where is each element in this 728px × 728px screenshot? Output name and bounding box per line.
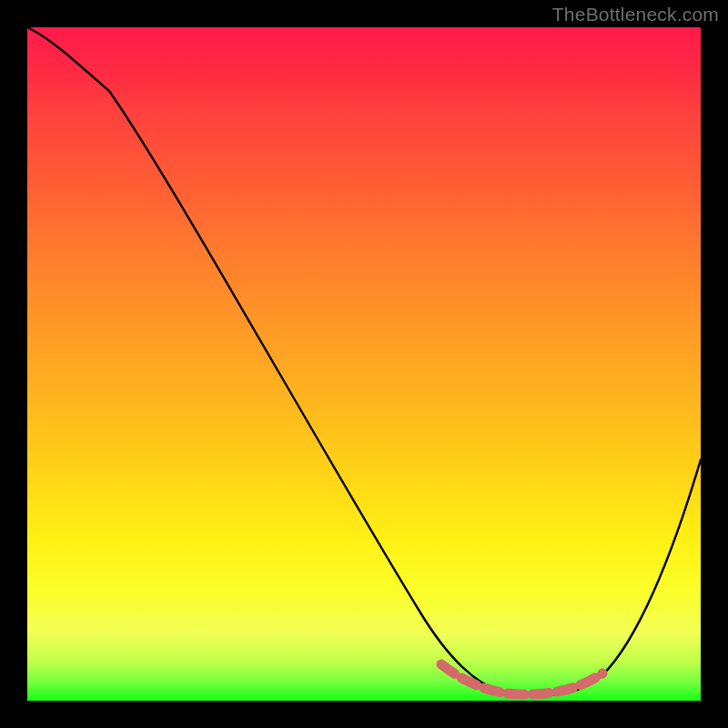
bottleneck-curve (27, 27, 701, 695)
curve-layer (27, 27, 701, 701)
chart-frame: TheBottleneck.com (0, 0, 728, 728)
gradient-plot-area (27, 27, 701, 701)
watermark-text: TheBottleneck.com (552, 4, 719, 25)
